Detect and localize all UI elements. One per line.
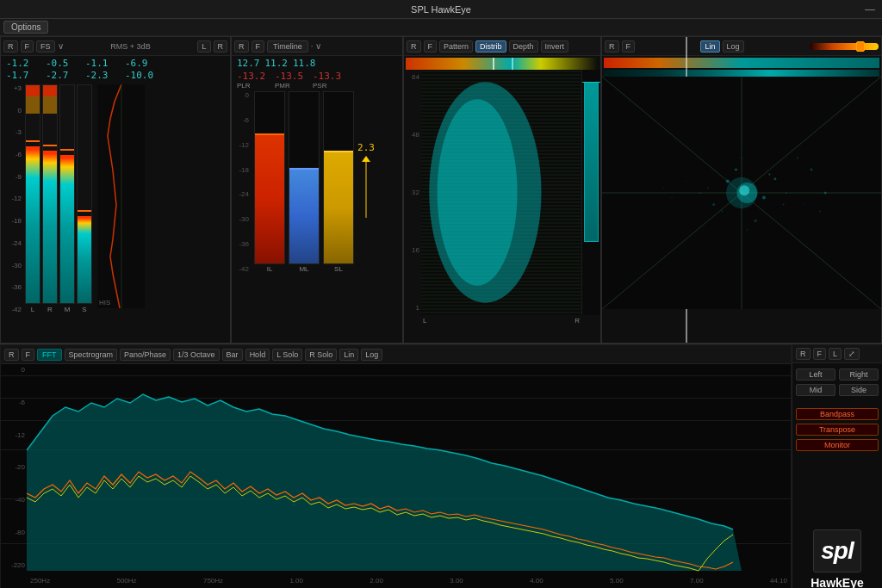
monitor-btn[interactable]: Monitor — [796, 439, 879, 451]
his-display: HIS — [97, 84, 145, 308]
panel-vector: R F Lin Log — [601, 36, 882, 344]
freq-44k: 44.10 — [770, 577, 787, 585]
pano-phase-btn[interactable]: Pano/Phase — [120, 349, 171, 361]
distrib-bottom-labels: L R — [404, 315, 600, 326]
octave-btn[interactable]: 1/3 Octave — [173, 349, 220, 361]
right-btn[interactable]: Right — [839, 368, 879, 381]
meter-L: L — [25, 84, 40, 313]
analyzer-log-btn[interactable]: Log — [361, 349, 382, 361]
options-button[interactable]: Options — [3, 21, 48, 34]
sidebar-expand-btn[interactable]: ⤢ — [844, 348, 860, 360]
distrib-main-area — [421, 70, 581, 315]
invert-btn[interactable]: Invert — [541, 40, 569, 53]
meter-bar-L — [25, 84, 40, 304]
timeline-dot: · — [311, 41, 314, 51]
analyzer-content: 0 -6 -12 -20 -40 -80 -220 — [1, 364, 791, 588]
lufs-value: 2.3 — [357, 142, 375, 153]
sidebar-row-lr: Left Right — [796, 368, 879, 381]
meter-label-R: R — [47, 306, 53, 313]
meter-val-2: -0.5 — [46, 58, 77, 69]
timeline-dropdown[interactable]: Timeline — [267, 40, 308, 53]
meter-bar-R — [42, 84, 58, 304]
vector-range-slider[interactable] — [810, 43, 879, 50]
hold-btn[interactable]: Hold — [245, 349, 270, 361]
meter-fs-btn[interactable]: FS — [36, 40, 55, 53]
panel-meter-header: R F FS ∨ RMS + 3dB L R — [1, 37, 230, 56]
svg-point-26 — [786, 192, 787, 194]
right-sidebar: R F L ⤢ Left Right Mid Side Bandpass Tra… — [792, 344, 882, 588]
spectrum-display — [27, 364, 791, 573]
spectrogram-btn[interactable]: Spectrogram — [65, 349, 118, 361]
side-btn[interactable]: Side — [839, 384, 879, 396]
meter-f-btn[interactable]: F — [21, 40, 34, 53]
analyzer-r-btn[interactable]: R — [4, 349, 19, 361]
depth-btn[interactable]: Depth — [509, 40, 538, 53]
freq-250hz: 250Hz — [30, 577, 50, 585]
timeline-arrow[interactable]: ∨ — [315, 41, 321, 51]
titlebar: SPL HawkEye — — [0, 0, 882, 19]
spl-logo-box: spl — [813, 529, 860, 573]
meter-dropdown-icon[interactable]: ∨ — [58, 41, 64, 51]
svg-point-32 — [819, 211, 821, 213]
timeline-r-btn[interactable]: R — [234, 40, 249, 53]
panel-vector-header: R F Lin Log — [602, 37, 881, 56]
pattern-btn[interactable]: Pattern — [439, 40, 473, 53]
timeline-f-btn[interactable]: F — [252, 40, 265, 53]
hawkeye-title: HawkEye — [796, 576, 879, 588]
vector-top-bar — [604, 58, 879, 68]
svg-marker-2 — [362, 156, 370, 162]
meter-r2-btn[interactable]: R — [214, 40, 228, 53]
panel-distrib: R F Pattern Distrib Depth Invert 64 48 3… — [403, 36, 601, 344]
vectorscope-svg — [602, 77, 881, 309]
analyzer-f-btn[interactable]: F — [22, 349, 35, 361]
meter-val-group-1: -1.2 -1.7 — [6, 58, 37, 81]
his-curve — [97, 84, 145, 308]
meter-r-btn[interactable]: R — [3, 40, 18, 53]
pmr-bar — [289, 91, 320, 264]
vector-lin-btn[interactable]: Lin — [700, 40, 719, 53]
distrib-btn[interactable]: Distrib — [475, 40, 506, 53]
fft-btn[interactable]: FFT — [37, 349, 62, 361]
mid-btn[interactable]: Mid — [796, 384, 835, 396]
svg-point-25 — [707, 188, 709, 189]
l-solo-btn[interactable]: L Solo — [272, 349, 302, 361]
meter-scale: +3 0 -3 -6 -9 -12 -18 -24 -30 -36 -42 — [4, 84, 23, 313]
bandpass-btn[interactable]: Bandpass — [796, 408, 879, 420]
lufs-group: 2.3 — [357, 91, 375, 273]
sl-bot-val: -13.3 — [313, 71, 345, 82]
analyzer-lin-btn[interactable]: Lin — [339, 349, 358, 361]
distrib-f-btn[interactable]: F — [424, 40, 438, 53]
window-minimize[interactable]: — — [865, 3, 875, 15]
transpose-btn[interactable]: Transpose — [796, 424, 879, 436]
sidebar-l-btn[interactable]: L — [829, 348, 842, 360]
spectrum-svg — [27, 364, 791, 573]
freq-7k: 7.00 — [690, 577, 704, 585]
vector-r-btn[interactable]: R — [605, 40, 619, 53]
sidebar-r-btn[interactable]: R — [796, 348, 811, 360]
meter-bar-S — [77, 84, 92, 304]
rms-label: RMS + 3dB — [110, 42, 150, 51]
meter-label-S: S — [82, 306, 86, 313]
vector-log-btn[interactable]: Log — [723, 40, 744, 53]
distrib-r-btn[interactable]: R — [407, 40, 421, 53]
ml-bot-val: -13.5 — [275, 71, 307, 82]
meter-val-7: -2.3 — [85, 70, 116, 81]
svg-point-21 — [735, 169, 737, 171]
spl-logo-area: spl HawkEye Audio Analyzer — [792, 523, 882, 588]
freq-4k: 4.00 — [530, 577, 543, 585]
svg-point-18 — [773, 177, 776, 180]
sidebar-row-ms: Mid Side — [796, 384, 879, 396]
bar-btn[interactable]: Bar — [222, 349, 243, 361]
psr-label: PSR — [313, 82, 345, 90]
svg-point-34 — [797, 158, 798, 159]
vector-f-btn[interactable]: F — [622, 40, 636, 53]
meter-val-group-3: -1.1 -2.3 — [85, 58, 116, 81]
svg-point-29 — [685, 181, 686, 183]
sidebar-f-btn[interactable]: F — [813, 348, 827, 360]
panels-row: R F FS ∨ RMS + 3dB L R -1.2 -1.7 -0.5 -2… — [0, 36, 882, 344]
pmr-top-val: 11.2 — [265, 58, 289, 69]
r-solo-btn[interactable]: R Solo — [305, 349, 337, 361]
sl-bar-label: SL — [334, 265, 343, 273]
left-btn[interactable]: Left — [796, 368, 835, 381]
meter-l-btn[interactable]: L — [197, 40, 210, 53]
